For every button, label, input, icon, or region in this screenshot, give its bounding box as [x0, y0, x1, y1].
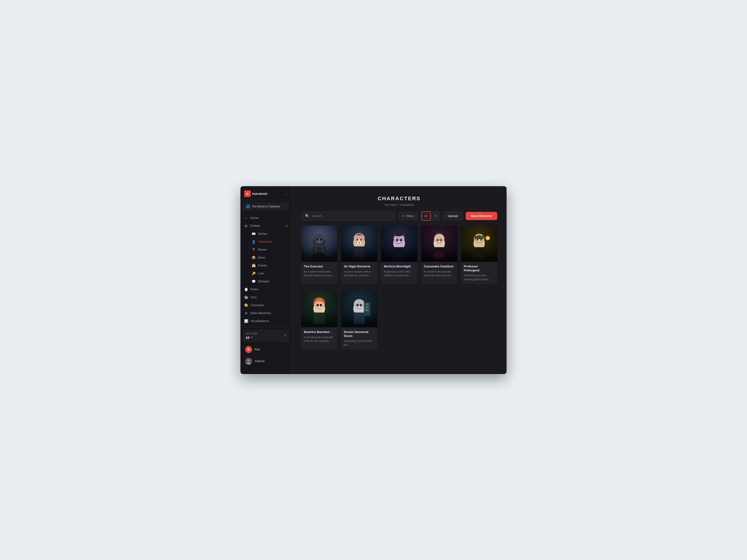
svg-point-75 — [357, 305, 358, 306]
sidebar-item-events[interactable]: 📅 Events — [244, 262, 291, 269]
executor-desc: the cryptic host/narrator, this pitch-bl… — [304, 270, 335, 277]
state-machines-icon: ⚙ — [244, 311, 248, 315]
sidebar-item-items-label: Items — [258, 256, 265, 259]
svg-rect-39 — [434, 247, 444, 259]
nigel-desc: A suave vampire with a penchant for prec… — [344, 270, 375, 277]
main-content: CHARACTERS You have 7 characters 🔍 ≡ Fil… — [292, 186, 507, 374]
cassandra-info: Cassandra Cauldron A reclusive yet eccen… — [421, 262, 457, 280]
svg-rect-79 — [365, 306, 369, 308]
chevron-up-icon: ∧ — [285, 224, 288, 228]
credit-label: Your Credit — [246, 332, 257, 335]
svg-point-66 — [317, 305, 318, 306]
beatrice-name: Beatrice Banshee - — [304, 330, 335, 334]
globe-icon: 🌐 — [246, 205, 250, 208]
user-artemis[interactable]: Artemis — [243, 356, 289, 367]
search-box[interactable]: 🔍 — [301, 211, 395, 221]
svg-point-21 — [357, 238, 358, 241]
char-card-poltergeist[interactable]: Professor Poltergeist A bumbling yet wel… — [461, 225, 497, 284]
nigel-name: Sir Nigel Nocturne — [344, 265, 375, 269]
svg-point-33 — [400, 239, 402, 241]
logo-icon: n — [244, 190, 251, 197]
desmond-info: Doctor Desmond Doom A brooding mad scien… — [341, 327, 377, 350]
sidebar-item-lore[interactable]: 🔑 Lore — [244, 269, 291, 277]
svg-rect-29 — [394, 247, 405, 259]
sidebar-nav: ⌂ Home ⊞ Entities ∧ 📖 Stories 👤 Characte… — [240, 212, 291, 327]
world-name: The World of Caribean — [252, 205, 286, 208]
svg-point-32 — [396, 239, 398, 241]
sidebar-bottom: Your Credit 10 ✦ + R Riot — [240, 327, 291, 370]
sidebar-item-canvases[interactable]: 🎨 Canvases — [240, 301, 291, 309]
sidebar-item-dialoges[interactable]: 💬 Dialoges — [244, 277, 291, 285]
world-selector[interactable]: 🌐 The World of Caribean — [243, 202, 289, 211]
svg-point-13 — [311, 253, 327, 262]
sidebar-item-state-machines-label: State Machines — [250, 311, 271, 315]
char-card-nigel[interactable]: Sir Nigel Nocturne A suave vampire with … — [341, 225, 377, 284]
sidebar-item-arcs-label: Arcs — [251, 295, 257, 299]
sidebar-item-dialoges-label: Dialoges — [258, 280, 269, 283]
sidebar-item-characters[interactable]: 👤 Characters — [244, 238, 291, 246]
svg-rect-80 — [365, 310, 369, 311]
svg-rect-9 — [321, 246, 324, 253]
char-card-desmond[interactable]: Doctor Desmond Doom A brooding mad scien… — [341, 291, 377, 349]
morticia-desc: A glamorous witch who dabbles in hexes a… — [384, 270, 414, 277]
poltergeist-desc: A bumbling yet well-meaning ghost hunter… — [464, 273, 494, 281]
svg-point-10 — [316, 238, 318, 241]
desmond-portrait — [341, 291, 377, 327]
search-input[interactable] — [312, 214, 391, 218]
sidebar-item-entities[interactable]: ⊞ Entities ∧ — [240, 222, 291, 230]
sidebar-item-rules[interactable]: 📋 Rules — [240, 285, 291, 293]
user-riot[interactable]: R Riot — [243, 344, 289, 355]
sidebar-item-visualisations[interactable]: 📊 Visualisations — [240, 317, 291, 325]
new-character-button[interactable]: New Character — [466, 212, 497, 220]
sidebar-item-places[interactable]: 📍 Places — [244, 246, 291, 254]
svg-point-22 — [360, 238, 362, 241]
svg-rect-18 — [354, 246, 365, 258]
svg-point-1 — [248, 359, 250, 362]
sidebar-item-stories[interactable]: 📖 Stories — [244, 230, 291, 238]
toolbar: 🔍 ≡ Filters ⊞ ☰ Upload New Character — [292, 211, 507, 225]
collapse-button[interactable]: « — [284, 191, 288, 196]
canvases-icon: 🎨 — [244, 303, 248, 307]
credit-add-button[interactable]: + — [284, 334, 286, 338]
filter-label: Filters — [406, 214, 414, 218]
home-icon: ⌂ — [244, 216, 248, 220]
svg-rect-55 — [476, 242, 483, 242]
credit-box: Your Credit 10 ✦ + — [243, 330, 289, 342]
char-card-cassandra[interactable]: Cassandra Cauldron A reclusive yet eccen… — [421, 225, 457, 284]
char-card-morticia[interactable]: Morticia Moonlight A glamorous witch who… — [381, 225, 417, 284]
upload-button[interactable]: Upload — [443, 212, 463, 220]
svg-point-76 — [360, 305, 362, 306]
char-card-executor[interactable]: The Executor the cryptic host/narrator, … — [301, 225, 337, 284]
items-icon: 📦 — [252, 256, 256, 260]
credit-number: 10 — [246, 336, 250, 340]
logo: n nucanon — [244, 190, 267, 197]
sidebar-header: n nucanon « — [240, 186, 291, 200]
artemis-name: Artemis — [254, 359, 265, 363]
page-subtitle: You have 7 characters — [301, 203, 497, 207]
events-icon: 📅 — [252, 264, 256, 267]
svg-rect-12 — [313, 245, 325, 247]
char-card-beatrice[interactable]: Beatrice Banshee - A melodramatic spirit… — [301, 291, 337, 349]
executor-portrait — [301, 225, 337, 262]
search-icon: 🔍 — [305, 214, 310, 218]
logo-text: nucanon — [252, 192, 267, 195]
page-title: CHARACTERS — [301, 195, 497, 202]
filter-button[interactable]: ≡ Filters — [398, 212, 418, 220]
sidebar-item-characters-label: Characters — [258, 240, 272, 243]
grid-view-button[interactable]: ⊞ — [421, 211, 431, 221]
desmond-name: Doctor Desmond Doom — [344, 330, 375, 338]
sidebar-item-items[interactable]: 📦 Items — [244, 254, 291, 262]
nigel-portrait — [341, 225, 377, 262]
sidebar-item-canvases-label: Canvases — [251, 303, 264, 307]
sidebar-item-home[interactable]: ⌂ Home — [240, 214, 291, 222]
svg-point-45 — [434, 251, 445, 258]
sidebar-item-arcs[interactable]: 📚 Arcs — [240, 293, 291, 301]
characters-grid-row1: The Executor the cryptic host/narrator, … — [292, 225, 507, 291]
beatrice-desc: A melodramatic spirit with a flair for t… — [304, 335, 335, 343]
sidebar-item-state-machines[interactable]: ⚙ State Machines — [240, 309, 291, 317]
morticia-portrait — [381, 225, 417, 262]
svg-point-67 — [320, 305, 321, 306]
list-view-button[interactable]: ☰ — [431, 211, 440, 221]
arcs-icon: 📚 — [244, 295, 248, 299]
sidebar-item-places-label: Places — [258, 248, 267, 251]
